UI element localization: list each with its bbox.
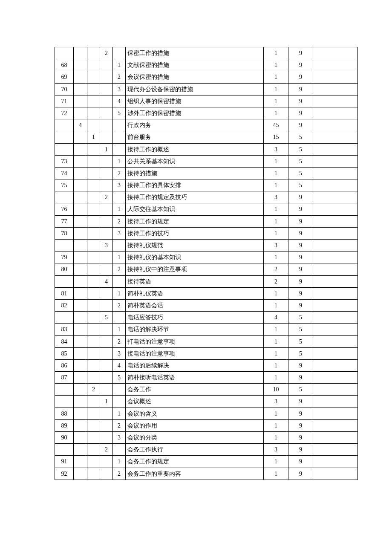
col-title: 人际交往基本知识 [126,203,264,215]
col-level-c: 2 [100,444,113,456]
col-title: 现代办公设备保密的措施 [126,83,264,95]
col-level-d: 5 [113,107,126,119]
col-level-a [74,335,87,347]
col-level-d [113,396,126,408]
col-level-c [100,372,113,384]
col-hours: 1 [264,468,288,480]
col-seq [55,143,74,155]
col-level-d: 4 [113,359,126,371]
col-hours: 3 [264,191,288,203]
col-remark [313,167,358,179]
col-seq: 70 [55,83,74,95]
col-level-c [100,179,113,191]
table-row: 681文献保密的措施19 [55,59,358,71]
col-level-b [87,119,100,131]
col-remark [313,359,358,371]
col-level-a [74,59,87,71]
col-level-c [100,335,113,347]
table-row: 725涉外工作的保密措施19 [55,107,358,119]
col-level-d [113,143,126,155]
col-level-b [87,59,100,71]
col-remark [313,215,358,227]
col-level-a [74,191,87,203]
col-level-a [74,324,87,335]
col-level-c [100,131,113,143]
col-chapter: 9 [288,47,313,59]
table-row: 783接待工作的技巧19 [55,227,358,239]
col-level-d: 3 [113,83,126,95]
col-title: 会务工作执行 [126,444,264,456]
col-level-d [113,119,126,131]
col-level-a [74,456,87,468]
col-level-a [74,287,87,299]
col-seq: 90 [55,432,74,444]
col-level-b [87,191,100,203]
col-chapter: 9 [288,275,313,287]
col-hours: 2 [264,275,288,287]
col-level-c [100,107,113,119]
col-seq: 87 [55,372,74,384]
table-row: 875简朴接听电话英语19 [55,372,358,384]
col-remark [313,372,358,384]
col-seq: 79 [55,251,74,263]
col-hours: 1 [264,419,288,431]
col-level-c: 2 [100,47,113,59]
col-seq [55,275,74,287]
col-chapter: 9 [288,359,313,371]
col-level-d [113,47,126,59]
col-chapter: 9 [288,95,313,107]
col-hours: 1 [264,347,288,359]
col-title: 简朴接听电话英语 [126,372,264,384]
col-chapter: 9 [288,240,313,251]
col-chapter: 9 [288,432,313,444]
col-seq [55,384,74,396]
col-seq [55,444,74,456]
col-level-d: 2 [113,335,126,347]
col-title: 会务工作的规定 [126,456,264,468]
col-seq: 88 [55,408,74,419]
col-seq: 81 [55,287,74,299]
col-chapter: 9 [288,227,313,239]
col-level-a [74,347,87,359]
col-hours: 1 [264,299,288,311]
col-level-c [100,456,113,468]
col-level-b [87,143,100,155]
col-title: 接待礼仪的基本知识 [126,251,264,263]
col-title: 接待礼仪中的注意事项 [126,263,264,275]
col-title: 会务工作的重要内容 [126,468,264,480]
col-seq: 92 [55,468,74,480]
col-hours: 1 [264,287,288,299]
col-level-a [74,251,87,263]
col-chapter: 5 [288,143,313,155]
col-level-c: 2 [100,191,113,203]
col-level-d: 3 [113,347,126,359]
col-chapter: 9 [288,299,313,311]
col-hours: 45 [264,119,288,131]
table-row: 911会务工作的规定19 [55,456,358,468]
col-title: 组织人事的保密措施 [126,95,264,107]
col-seq: 77 [55,215,74,227]
col-level-d [113,312,126,324]
col-title: 前台服务 [126,131,264,143]
table-row: 791接待礼仪的基本知识19 [55,251,358,263]
col-seq: 86 [55,359,74,371]
col-level-d [113,444,126,456]
col-seq: 76 [55,203,74,215]
col-level-d: 1 [113,287,126,299]
table-row: 3接待礼仪规范39 [55,240,358,251]
col-level-a [74,203,87,215]
col-seq [55,396,74,408]
col-hours: 3 [264,240,288,251]
col-hours: 1 [264,251,288,263]
col-level-d: 1 [113,408,126,419]
col-level-c: 5 [100,312,113,324]
col-hours: 3 [264,444,288,456]
col-level-d: 5 [113,372,126,384]
col-title: 文献保密的措施 [126,59,264,71]
col-seq: 72 [55,107,74,119]
col-remark [313,456,358,468]
table-row: 1会议概述39 [55,396,358,408]
col-seq: 89 [55,419,74,431]
col-hours: 1 [264,335,288,347]
document-page: 2保密工作的措施19681文献保密的措施19692会议保密的措施19703现代办… [0,0,392,555]
